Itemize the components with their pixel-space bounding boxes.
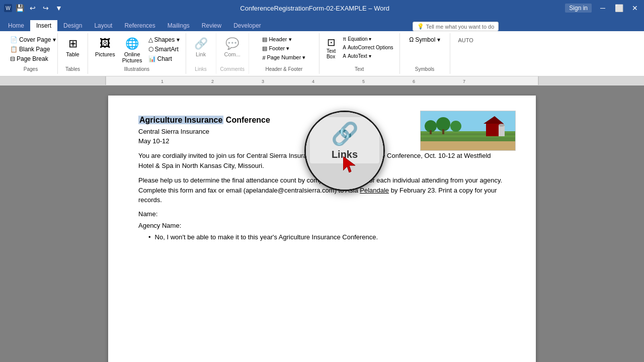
footer-button[interactable]: ▤ Footer ▾ <box>260 44 307 53</box>
symbol-label: Symbol ▾ <box>415 36 440 43</box>
cover-page-button[interactable]: 📄 Cover Page ▾ <box>8 35 53 44</box>
svg-text:5: 5 <box>362 79 365 84</box>
close-button[interactable]: ✕ <box>630 5 640 12</box>
pictures-icon: 🖼 <box>100 37 111 50</box>
ruler: 1 2 3 4 5 6 7 <box>0 76 644 85</box>
links-group-label: Links <box>195 65 206 72</box>
bullet-item-1: • No, I won't be able to make it to this… <box>138 233 506 241</box>
cover-page-label: Cover Page ▾ <box>19 36 56 43</box>
shapes-button[interactable]: △ Shapes ▾ <box>146 35 182 44</box>
autocorrect-button[interactable]: A AutoCorrect Options <box>341 44 395 51</box>
pages-group: 📄 Cover Page ▾ 📋 Blank Page ⊟ Page Break… <box>4 33 58 74</box>
svg-rect-16 <box>421 141 516 151</box>
footer-label: Footer ▾ <box>269 45 289 52</box>
tab-mailings[interactable]: Mailings <box>162 20 196 31</box>
save-button[interactable]: 💾 <box>14 3 25 14</box>
svg-point-25 <box>499 124 505 127</box>
document-page: Agriculture Insurance Conference Central… <box>108 96 536 362</box>
text-box-button[interactable]: ⊡ TextBox <box>324 35 339 60</box>
tab-insert[interactable]: Insert <box>30 20 57 31</box>
farm-illustration <box>421 111 516 151</box>
tell-me-container: 💡 Tell me what you want to do <box>267 22 644 31</box>
bullet-dot: • <box>148 233 151 241</box>
page-number-button[interactable]: # Page Number ▾ <box>260 53 307 62</box>
svg-text:4: 4 <box>312 79 314 84</box>
tab-references[interactable]: References <box>118 20 161 31</box>
blank-page-label: Blank Page <box>19 46 50 53</box>
chart-button[interactable]: 📊 Chart <box>146 54 182 63</box>
tab-developer[interactable]: Developer <box>227 20 267 31</box>
minimize-button[interactable]: ─ <box>598 5 608 12</box>
svg-rect-1 <box>0 76 106 85</box>
text-box-icon: ⊡ <box>327 36 336 48</box>
svg-text:6: 6 <box>413 79 415 84</box>
header-icon: ▤ <box>262 36 267 43</box>
restore-button[interactable]: ⬜ <box>614 5 624 12</box>
redo-button[interactable]: ↪ <box>40 3 51 14</box>
tab-layout[interactable]: Layout <box>88 20 118 31</box>
pages-group-label: Pages <box>24 65 38 72</box>
svg-point-19 <box>436 117 450 131</box>
text-group-label: Text <box>355 65 364 72</box>
customize-quick-access-button[interactable]: ▼ <box>53 3 64 14</box>
tell-me-label: Tell me what you want to do <box>426 24 495 30</box>
header-footer-group: ▤ Header ▾ ▤ Footer ▾ # Page Number ▾ He… <box>249 33 319 74</box>
text-box-label: TextBox <box>327 48 336 59</box>
autotext-button[interactable]: A AutoText ▾ <box>341 52 395 60</box>
svg-text:1: 1 <box>161 79 164 84</box>
magnifier-inner: 🔗 Links <box>306 112 383 190</box>
undo-button[interactable]: ↩ <box>27 3 38 14</box>
comment-label: Com... <box>224 51 240 57</box>
title-bar: W 💾 ↩ ↪ ▼ ConferenceRegistrationForm-02-… <box>0 0 644 16</box>
title-bar-left: W 💾 ↩ ↪ ▼ <box>4 3 64 14</box>
illustrations-items: 🖼 Pictures 🌐 OnlinePictures △ Shapes ▾ <box>92 35 182 65</box>
text-row1: ⊡ TextBox π Equation ▾ A AutoCorrect Opt… <box>324 35 395 60</box>
chart-label: Chart <box>157 55 172 62</box>
title-selected-text: Agriculture Insurance <box>138 116 223 124</box>
text-group: ⊡ TextBox π Equation ▾ A AutoCorrect Opt… <box>319 33 400 74</box>
table-button[interactable]: ⊞ Table <box>63 35 83 59</box>
equation-icon: π <box>343 36 346 42</box>
autotext-icon: A <box>343 53 346 59</box>
text-extra-col: π Equation ▾ A AutoCorrect Options A Aut… <box>341 35 395 60</box>
tables-group: ⊞ Table Tables <box>58 33 88 74</box>
pictures-button[interactable]: 🖼 Pictures <box>92 35 118 59</box>
pages-items: 📄 Cover Page ▾ 📋 Blank Page ⊟ Page Break <box>8 35 53 65</box>
tab-home[interactable]: Home <box>2 20 30 31</box>
chart-icon: 📊 <box>148 55 156 62</box>
footer-dropdown-arrow: ▾ <box>286 45 289 51</box>
equation-button[interactable]: π Equation ▾ <box>341 35 395 43</box>
page-number-label: Page Number ▾ <box>267 54 306 61</box>
lightbulb-icon: 💡 <box>417 23 424 30</box>
links-label: Link <box>196 51 206 57</box>
symbol-button[interactable]: Ω Symbol ▾ <box>407 35 442 44</box>
sign-in-button[interactable]: Sign in <box>565 4 592 13</box>
page-break-icon: ⊟ <box>10 55 15 62</box>
text-items: ⊡ TextBox π Equation ▾ A AutoCorrect Opt… <box>324 35 395 65</box>
comments-group: 💬 Com... Comments <box>216 33 249 74</box>
bullet-text-1: No, I won't be able to make it to this y… <box>155 233 378 241</box>
pages-col: 📄 Cover Page ▾ 📋 Blank Page ⊟ Page Break <box>8 35 53 63</box>
equation-label: Equation ▾ <box>348 36 371 42</box>
symbols-items: Ω Symbol ▾ <box>407 35 442 65</box>
svg-text:3: 3 <box>262 79 264 84</box>
smartart-button[interactable]: ⬡ SmartArt <box>146 45 182 54</box>
links-button[interactable]: 🔗 Link <box>191 35 211 59</box>
header-button[interactable]: ▤ Header ▾ <box>260 35 307 44</box>
blank-page-button[interactable]: 📋 Blank Page <box>8 45 53 54</box>
smartart-icon: ⬡ <box>148 46 153 53</box>
online-pictures-button[interactable]: 🌐 OnlinePictures <box>119 35 145 65</box>
agency-field: Agency Name: <box>138 222 506 229</box>
magnifier-overlay: 🔗 Links <box>304 111 385 191</box>
ribbon: Home Insert Design Layout References Mai… <box>0 16 644 76</box>
tab-review[interactable]: Review <box>196 20 227 31</box>
table-label: Table <box>66 51 79 57</box>
tab-design[interactable]: Design <box>57 20 88 31</box>
tell-me-input[interactable]: 💡 Tell me what you want to do <box>413 22 499 31</box>
cover-page-icon: 📄 <box>10 36 18 43</box>
svg-marker-26 <box>343 156 355 172</box>
page-break-button[interactable]: ⊟ Page Break <box>8 54 53 63</box>
document-area: Agriculture Insurance Conference Central… <box>0 85 644 362</box>
comment-button[interactable]: 💬 Com... <box>221 35 244 59</box>
illustrations-group-label: Illustrations <box>124 65 149 72</box>
